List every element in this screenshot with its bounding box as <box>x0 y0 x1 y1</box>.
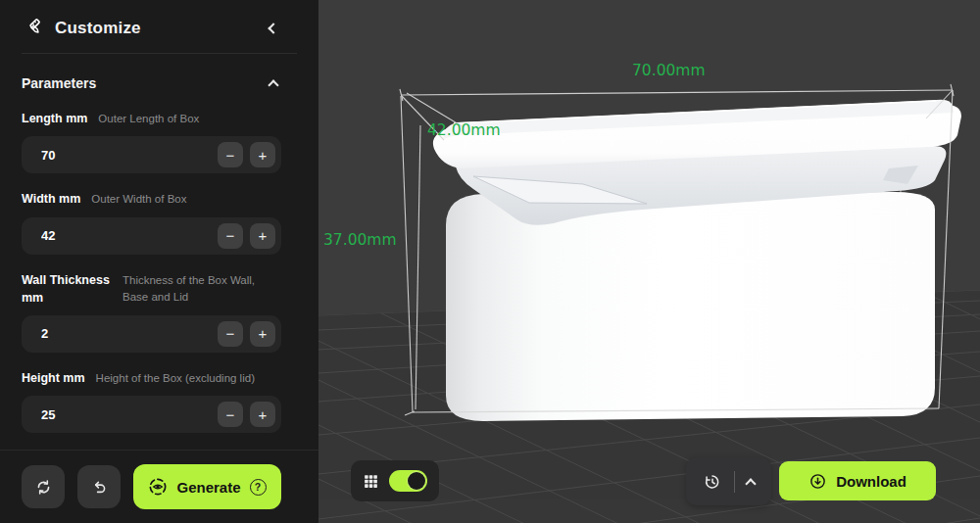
param-name: Height mm <box>22 369 85 387</box>
param-name: Width mm <box>22 190 80 208</box>
3d-viewport: 70.00mm 42.00mm 37.00mm <box>318 0 980 523</box>
generate-scan-eye-icon <box>148 477 168 497</box>
param-name: Length mm <box>22 110 87 127</box>
box-body[interactable] <box>446 192 935 421</box>
history-button[interactable] <box>699 468 726 496</box>
collapse-section-icon <box>268 79 278 90</box>
param-group-wall-thickness: Wall Thickness mm Thickness of the Box W… <box>22 271 281 353</box>
grid-toggle-switch[interactable] <box>389 470 427 492</box>
download-label: Download <box>836 473 906 490</box>
param-description: Height of the Box (excluding lid) <box>96 369 281 387</box>
param-group-height: Height mm Height of the Box (excluding l… <box>22 369 281 433</box>
refresh-button[interactable] <box>22 465 65 508</box>
collapse-sidebar-button[interactable] <box>266 21 281 36</box>
page-title: Customize <box>55 19 254 38</box>
param-group-length: Length mm Outer Length of Box − + <box>22 110 281 173</box>
param-name: Wall Thickness mm <box>22 271 112 307</box>
wall-thickness-input-wrap: − + <box>22 315 281 353</box>
3d-viewport-canvas[interactable] <box>318 0 980 523</box>
length-decrement-button[interactable]: − <box>218 142 243 167</box>
width-decrement-button[interactable]: − <box>218 223 243 249</box>
toggle-knob <box>408 472 425 490</box>
download-button[interactable]: Download <box>779 461 936 500</box>
width-input-wrap: − + <box>22 217 281 255</box>
grid-toggle-pill <box>351 460 439 501</box>
collapse-parameters-button[interactable] <box>266 73 281 93</box>
collapse-panel-icon <box>268 23 278 33</box>
height-input-wrap: − + <box>22 396 281 433</box>
height-input[interactable] <box>41 407 211 422</box>
wall-thickness-input[interactable] <box>41 326 211 341</box>
parameters-panel: Parameters Length mm Outer Length of Box… <box>0 54 318 450</box>
length-input-wrap: − + <box>22 136 281 173</box>
height-decrement-button[interactable]: − <box>218 402 243 427</box>
pill-divider <box>734 471 735 493</box>
expand-history-button[interactable] <box>743 472 759 492</box>
expand-up-icon <box>745 478 756 489</box>
param-description: Outer Length of Box <box>98 110 281 127</box>
length-input[interactable] <box>41 148 211 163</box>
parameters-title: Parameters <box>22 75 266 91</box>
param-group-width: Width mm Outer Width of Box − + <box>22 190 281 254</box>
generate-label: Generate <box>176 479 240 496</box>
sidebar-action-bar: Generate ? <box>0 451 318 523</box>
undo-icon <box>90 478 109 497</box>
wall-thickness-decrement-button[interactable]: − <box>218 321 243 347</box>
app-window: Customize Parameters Length mm Outer Len… <box>0 0 980 523</box>
customize-sidebar: Customize Parameters Length mm Outer Len… <box>0 0 318 523</box>
undo-button[interactable] <box>77 465 121 508</box>
history-pill <box>686 457 771 505</box>
customize-icon <box>22 16 43 41</box>
download-icon <box>808 472 827 491</box>
generate-button[interactable]: Generate ? <box>133 464 281 509</box>
grid-icon <box>363 473 379 490</box>
width-increment-button[interactable]: + <box>250 223 275 249</box>
height-increment-button[interactable]: + <box>250 402 275 427</box>
history-icon <box>703 472 722 492</box>
parameters-header: Parameters <box>22 73 281 93</box>
length-increment-button[interactable]: + <box>250 142 275 167</box>
sidebar-header: Customize <box>0 0 318 53</box>
width-input[interactable] <box>41 228 211 243</box>
param-description: Outer Width of Box <box>91 190 281 208</box>
wall-thickness-increment-button[interactable]: + <box>250 321 275 347</box>
param-description: Thickness of the Box Wall, Base and Lid <box>122 271 281 307</box>
refresh-icon <box>34 478 53 497</box>
help-icon[interactable]: ? <box>250 479 267 496</box>
